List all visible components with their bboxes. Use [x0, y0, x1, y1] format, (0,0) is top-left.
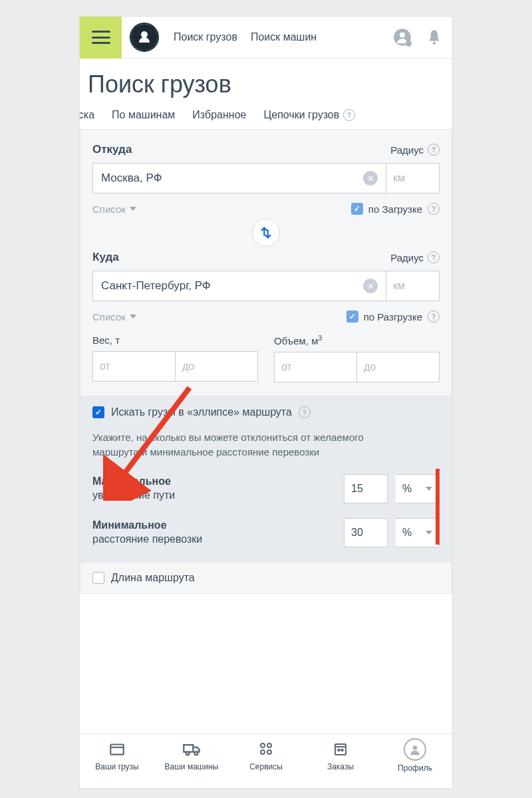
- svg-point-11: [261, 743, 265, 747]
- grid-icon: [255, 738, 277, 759]
- from-label: Откуда: [92, 143, 132, 156]
- ellipse-checkbox[interactable]: ✓: [92, 406, 104, 418]
- from-radius-input[interactable]: км: [386, 163, 440, 194]
- ellipse-title: Искать грузы в «эллипсе» маршрута: [111, 406, 292, 418]
- profile-icon: [404, 738, 426, 761]
- svg-point-16: [413, 745, 418, 750]
- to-city-input[interactable]: ✕: [92, 271, 386, 301]
- chevron-down-icon: [130, 207, 136, 211]
- svg-point-14: [267, 750, 271, 754]
- nav-your-cargo[interactable]: Ваши грузы: [80, 738, 154, 788]
- chevron-down-icon: [426, 487, 432, 491]
- bell-icon[interactable]: [424, 27, 444, 47]
- help-icon[interactable]: ?: [428, 251, 440, 263]
- to-city-field[interactable]: [101, 279, 363, 293]
- ellipse-block: ✓ Искать грузы в «эллипсе» маршрута ? Ук…: [80, 396, 452, 562]
- svg-point-5: [406, 41, 412, 47]
- chevron-down-icon: [130, 315, 136, 319]
- search-panel: Откуда Радиус ? ✕ км Список ✓: [80, 130, 452, 594]
- svg-rect-8: [184, 745, 193, 752]
- ellipse-description: Укажите, на сколько вы можете отклонитьс…: [92, 430, 398, 460]
- svg-rect-7: [110, 745, 124, 755]
- help-icon[interactable]: ?: [343, 109, 355, 121]
- checkbox-checked-icon: ✓: [351, 203, 363, 215]
- min-distance-input[interactable]: 30: [344, 518, 388, 547]
- box-icon: [106, 738, 128, 759]
- min-distance-label: Минимальноерасстояние перевозки: [92, 519, 336, 547]
- svg-point-10: [195, 752, 198, 755]
- route-length-checkbox[interactable]: Длина маршрута: [80, 562, 452, 593]
- from-city-input[interactable]: ✕: [92, 163, 386, 194]
- weight-from-input[interactable]: от: [92, 351, 176, 382]
- clear-icon[interactable]: ✕: [363, 279, 378, 293]
- tab-search-partial[interactable]: оиска: [80, 109, 94, 121]
- max-increase-input[interactable]: 15: [344, 474, 388, 503]
- to-list-dropdown[interactable]: Список: [92, 311, 136, 323]
- page-title: Поиск грузов: [80, 59, 452, 109]
- from-city-field[interactable]: [101, 172, 363, 185]
- checkbox-unchecked-icon: [92, 572, 104, 584]
- nav-profile[interactable]: Профиль: [378, 738, 452, 788]
- weight-to-input[interactable]: до: [176, 351, 258, 382]
- help-icon[interactable]: ?: [299, 406, 311, 418]
- app-logo-icon[interactable]: [130, 23, 159, 52]
- volume-from-input[interactable]: от: [274, 352, 357, 382]
- nav-cargo-search[interactable]: Поиск грузов: [174, 31, 237, 43]
- max-increase-label: Максимальноеувеличение пути: [92, 475, 336, 503]
- svg-point-6: [433, 42, 436, 45]
- svg-point-12: [267, 743, 271, 747]
- to-radius-label: Радиус ?: [390, 251, 440, 263]
- chevron-down-icon: [426, 531, 432, 535]
- user-icon[interactable]: [392, 27, 412, 47]
- tab-cargo-chains[interactable]: Цепочки грузов ?: [263, 109, 355, 121]
- volume-to-input[interactable]: до: [357, 352, 440, 382]
- swap-direction-button[interactable]: [252, 219, 280, 247]
- help-icon[interactable]: ?: [428, 203, 440, 215]
- help-icon[interactable]: ?: [428, 311, 440, 323]
- annotation-red-bar: [436, 469, 440, 545]
- help-icon[interactable]: ?: [428, 144, 440, 156]
- svg-point-4: [400, 32, 405, 37]
- max-increase-unit-select[interactable]: %: [396, 474, 440, 503]
- top-header: Поиск грузов Поиск машин: [80, 17, 452, 59]
- clear-icon[interactable]: ✕: [363, 171, 378, 186]
- to-label: Куда: [92, 251, 119, 264]
- truck-icon: [181, 738, 202, 759]
- tab-by-trucks[interactable]: По машинам: [112, 109, 175, 121]
- to-by-unload-checkbox[interactable]: ✓ по Разгрузке ?: [346, 311, 440, 323]
- calendar-icon: [330, 738, 351, 759]
- from-by-load-checkbox[interactable]: ✓ по Загрузке ?: [351, 203, 440, 215]
- min-distance-unit-select[interactable]: %: [396, 518, 440, 547]
- nav-truck-search[interactable]: Поиск машин: [251, 31, 317, 43]
- weight-label: Вес, т: [92, 334, 258, 346]
- nav-your-trucks[interactable]: Ваши машины: [154, 738, 229, 788]
- to-radius-input[interactable]: км: [386, 271, 440, 301]
- nav-services[interactable]: Сервисы: [229, 738, 303, 788]
- nav-orders[interactable]: Заказы: [303, 738, 378, 788]
- svg-point-2: [141, 31, 148, 38]
- from-list-dropdown[interactable]: Список: [92, 203, 136, 215]
- bottom-nav: Ваши грузы Ваши машины Сервисы Заказы Пр…: [80, 733, 452, 788]
- tab-favorites[interactable]: Избранное: [192, 109, 246, 121]
- hamburger-button[interactable]: [80, 17, 122, 59]
- tabs-bar: оиска По машинам Избранное Цепочки грузо…: [80, 109, 452, 130]
- svg-point-9: [186, 752, 190, 755]
- volume-label: Объем, м3: [274, 334, 440, 346]
- from-radius-label: Радиус ?: [390, 144, 440, 156]
- svg-point-13: [261, 750, 265, 754]
- checkbox-checked-icon: ✓: [346, 311, 358, 323]
- hamburger-icon: [92, 31, 110, 44]
